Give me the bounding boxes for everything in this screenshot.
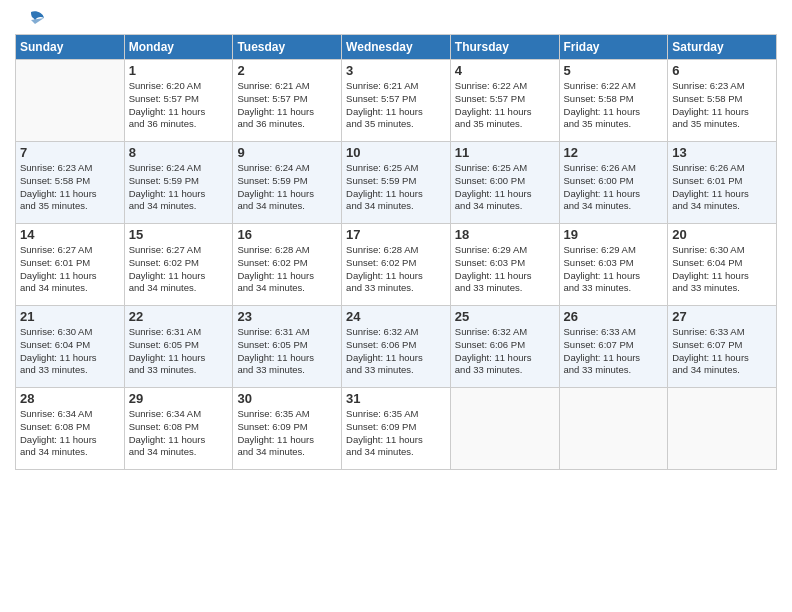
day-number: 7 — [20, 145, 120, 160]
calendar-cell: 14Sunrise: 6:27 AM Sunset: 6:01 PM Dayli… — [16, 224, 125, 306]
cell-info: Sunrise: 6:23 AM Sunset: 5:58 PM Dayligh… — [672, 80, 772, 131]
cell-info: Sunrise: 6:33 AM Sunset: 6:07 PM Dayligh… — [564, 326, 664, 377]
calendar-cell: 22Sunrise: 6:31 AM Sunset: 6:05 PM Dayli… — [124, 306, 233, 388]
day-number: 26 — [564, 309, 664, 324]
day-number: 28 — [20, 391, 120, 406]
calendar-cell: 16Sunrise: 6:28 AM Sunset: 6:02 PM Dayli… — [233, 224, 342, 306]
weekday-header-thursday: Thursday — [450, 35, 559, 60]
day-number: 29 — [129, 391, 229, 406]
calendar-cell: 10Sunrise: 6:25 AM Sunset: 5:59 PM Dayli… — [342, 142, 451, 224]
calendar-cell: 5Sunrise: 6:22 AM Sunset: 5:58 PM Daylig… — [559, 60, 668, 142]
cell-info: Sunrise: 6:27 AM Sunset: 6:02 PM Dayligh… — [129, 244, 229, 295]
calendar-cell: 27Sunrise: 6:33 AM Sunset: 6:07 PM Dayli… — [668, 306, 777, 388]
cell-info: Sunrise: 6:22 AM Sunset: 5:58 PM Dayligh… — [564, 80, 664, 131]
day-number: 6 — [672, 63, 772, 78]
cell-info: Sunrise: 6:21 AM Sunset: 5:57 PM Dayligh… — [237, 80, 337, 131]
day-number: 2 — [237, 63, 337, 78]
cell-info: Sunrise: 6:30 AM Sunset: 6:04 PM Dayligh… — [20, 326, 120, 377]
day-number: 19 — [564, 227, 664, 242]
day-number: 17 — [346, 227, 446, 242]
cell-info: Sunrise: 6:32 AM Sunset: 6:06 PM Dayligh… — [346, 326, 446, 377]
cell-info: Sunrise: 6:26 AM Sunset: 6:01 PM Dayligh… — [672, 162, 772, 213]
calendar-cell: 3Sunrise: 6:21 AM Sunset: 5:57 PM Daylig… — [342, 60, 451, 142]
calendar-cell: 20Sunrise: 6:30 AM Sunset: 6:04 PM Dayli… — [668, 224, 777, 306]
day-number: 15 — [129, 227, 229, 242]
weekday-header-friday: Friday — [559, 35, 668, 60]
day-number: 23 — [237, 309, 337, 324]
cell-info: Sunrise: 6:34 AM Sunset: 6:08 PM Dayligh… — [129, 408, 229, 459]
day-number: 5 — [564, 63, 664, 78]
weekday-header-saturday: Saturday — [668, 35, 777, 60]
weekday-header-monday: Monday — [124, 35, 233, 60]
calendar-cell — [450, 388, 559, 470]
calendar-cell: 25Sunrise: 6:32 AM Sunset: 6:06 PM Dayli… — [450, 306, 559, 388]
calendar-cell: 29Sunrise: 6:34 AM Sunset: 6:08 PM Dayli… — [124, 388, 233, 470]
day-number: 27 — [672, 309, 772, 324]
day-number: 12 — [564, 145, 664, 160]
calendar-cell: 8Sunrise: 6:24 AM Sunset: 5:59 PM Daylig… — [124, 142, 233, 224]
cell-info: Sunrise: 6:34 AM Sunset: 6:08 PM Dayligh… — [20, 408, 120, 459]
day-number: 30 — [237, 391, 337, 406]
calendar-cell: 4Sunrise: 6:22 AM Sunset: 5:57 PM Daylig… — [450, 60, 559, 142]
calendar-table: SundayMondayTuesdayWednesdayThursdayFrid… — [15, 34, 777, 470]
calendar-cell — [16, 60, 125, 142]
day-number: 21 — [20, 309, 120, 324]
calendar-cell: 2Sunrise: 6:21 AM Sunset: 5:57 PM Daylig… — [233, 60, 342, 142]
calendar-cell: 18Sunrise: 6:29 AM Sunset: 6:03 PM Dayli… — [450, 224, 559, 306]
cell-info: Sunrise: 6:29 AM Sunset: 6:03 PM Dayligh… — [455, 244, 555, 295]
cell-info: Sunrise: 6:24 AM Sunset: 5:59 PM Dayligh… — [237, 162, 337, 213]
cell-info: Sunrise: 6:33 AM Sunset: 6:07 PM Dayligh… — [672, 326, 772, 377]
calendar-cell: 11Sunrise: 6:25 AM Sunset: 6:00 PM Dayli… — [450, 142, 559, 224]
cell-info: Sunrise: 6:25 AM Sunset: 6:00 PM Dayligh… — [455, 162, 555, 213]
cell-info: Sunrise: 6:28 AM Sunset: 6:02 PM Dayligh… — [237, 244, 337, 295]
cell-info: Sunrise: 6:28 AM Sunset: 6:02 PM Dayligh… — [346, 244, 446, 295]
cell-info: Sunrise: 6:21 AM Sunset: 5:57 PM Dayligh… — [346, 80, 446, 131]
calendar-cell: 12Sunrise: 6:26 AM Sunset: 6:00 PM Dayli… — [559, 142, 668, 224]
cell-info: Sunrise: 6:22 AM Sunset: 5:57 PM Dayligh… — [455, 80, 555, 131]
day-number: 18 — [455, 227, 555, 242]
day-number: 3 — [346, 63, 446, 78]
cell-info: Sunrise: 6:30 AM Sunset: 6:04 PM Dayligh… — [672, 244, 772, 295]
cell-info: Sunrise: 6:35 AM Sunset: 6:09 PM Dayligh… — [237, 408, 337, 459]
cell-info: Sunrise: 6:25 AM Sunset: 5:59 PM Dayligh… — [346, 162, 446, 213]
calendar-cell: 21Sunrise: 6:30 AM Sunset: 6:04 PM Dayli… — [16, 306, 125, 388]
cell-info: Sunrise: 6:24 AM Sunset: 5:59 PM Dayligh… — [129, 162, 229, 213]
header — [15, 10, 777, 28]
cell-info: Sunrise: 6:35 AM Sunset: 6:09 PM Dayligh… — [346, 408, 446, 459]
page: SundayMondayTuesdayWednesdayThursdayFrid… — [0, 0, 792, 612]
day-number: 31 — [346, 391, 446, 406]
cell-info: Sunrise: 6:27 AM Sunset: 6:01 PM Dayligh… — [20, 244, 120, 295]
logo — [15, 10, 45, 28]
calendar-cell: 7Sunrise: 6:23 AM Sunset: 5:58 PM Daylig… — [16, 142, 125, 224]
cell-info: Sunrise: 6:31 AM Sunset: 6:05 PM Dayligh… — [129, 326, 229, 377]
calendar-cell — [668, 388, 777, 470]
calendar-cell: 1Sunrise: 6:20 AM Sunset: 5:57 PM Daylig… — [124, 60, 233, 142]
calendar-cell: 6Sunrise: 6:23 AM Sunset: 5:58 PM Daylig… — [668, 60, 777, 142]
weekday-header-tuesday: Tuesday — [233, 35, 342, 60]
calendar-cell: 19Sunrise: 6:29 AM Sunset: 6:03 PM Dayli… — [559, 224, 668, 306]
calendar-cell: 30Sunrise: 6:35 AM Sunset: 6:09 PM Dayli… — [233, 388, 342, 470]
calendar-cell: 24Sunrise: 6:32 AM Sunset: 6:06 PM Dayli… — [342, 306, 451, 388]
cell-info: Sunrise: 6:23 AM Sunset: 5:58 PM Dayligh… — [20, 162, 120, 213]
cell-info: Sunrise: 6:20 AM Sunset: 5:57 PM Dayligh… — [129, 80, 229, 131]
logo-bird-icon — [17, 10, 45, 32]
calendar-cell: 26Sunrise: 6:33 AM Sunset: 6:07 PM Dayli… — [559, 306, 668, 388]
day-number: 14 — [20, 227, 120, 242]
day-number: 8 — [129, 145, 229, 160]
day-number: 10 — [346, 145, 446, 160]
day-number: 20 — [672, 227, 772, 242]
calendar-cell: 13Sunrise: 6:26 AM Sunset: 6:01 PM Dayli… — [668, 142, 777, 224]
day-number: 25 — [455, 309, 555, 324]
calendar-cell: 28Sunrise: 6:34 AM Sunset: 6:08 PM Dayli… — [16, 388, 125, 470]
day-number: 24 — [346, 309, 446, 324]
calendar-week-row: 21Sunrise: 6:30 AM Sunset: 6:04 PM Dayli… — [16, 306, 777, 388]
day-number: 4 — [455, 63, 555, 78]
calendar-week-row: 7Sunrise: 6:23 AM Sunset: 5:58 PM Daylig… — [16, 142, 777, 224]
day-number: 11 — [455, 145, 555, 160]
cell-info: Sunrise: 6:26 AM Sunset: 6:00 PM Dayligh… — [564, 162, 664, 213]
cell-info: Sunrise: 6:32 AM Sunset: 6:06 PM Dayligh… — [455, 326, 555, 377]
day-number: 22 — [129, 309, 229, 324]
weekday-header-sunday: Sunday — [16, 35, 125, 60]
calendar-cell: 9Sunrise: 6:24 AM Sunset: 5:59 PM Daylig… — [233, 142, 342, 224]
day-number: 1 — [129, 63, 229, 78]
